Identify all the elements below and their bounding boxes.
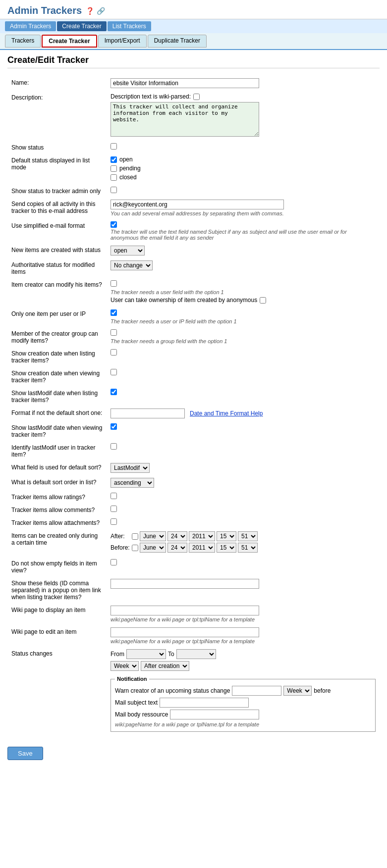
item-creator-hint1: The tracker needs a user field with the … <box>111 289 376 295</box>
one-item-hint: The tracker needs a user or IP field wit… <box>111 318 376 324</box>
no-empty-checkbox[interactable] <box>111 559 117 565</box>
item-creator-hint2: User can take ownership of item created … <box>111 297 257 304</box>
before-year-select[interactable]: 2011 <box>189 543 215 553</box>
status-open-checkbox[interactable] <box>111 156 117 163</box>
popup-fields-input[interactable] <box>111 579 259 589</box>
member-creator-label: Member of the creator group can modify i… <box>7 327 107 347</box>
item-creator-label: Item creator can modify his items? <box>7 278 107 307</box>
one-item-checkbox[interactable] <box>111 309 117 316</box>
notif-body-label: Mail body ressource <box>115 711 168 718</box>
notif-week-select[interactable]: Week <box>283 686 312 696</box>
identify-lastmod-checkbox[interactable] <box>111 443 117 450</box>
show-status-checkbox[interactable] <box>111 143 117 150</box>
sort-order-select[interactable]: ascending descending <box>111 478 154 488</box>
desc-wiki-label: Description text is wiki-parsed: <box>111 93 191 100</box>
identify-lastmod-label: Identify lastModif user in tracker item? <box>7 441 107 460</box>
item-creator-anon-checkbox[interactable] <box>260 297 266 304</box>
notif-body-hint: wiki:pageName for a wiki page or tplName… <box>115 721 371 727</box>
before-hour-select[interactable]: 15 <box>217 543 236 553</box>
new-items-status-select[interactable]: open pending closed <box>111 246 145 255</box>
before-min-select[interactable]: 51 <box>238 543 258 553</box>
simplified-email-label: Use simplified e-mail format <box>7 219 107 243</box>
description-textarea[interactable]: This tracker will collect and organize i… <box>111 102 259 137</box>
notif-warn-input[interactable] <box>232 686 281 696</box>
topnav-list-trackers[interactable]: List Trackers <box>108 21 151 31</box>
wiki-edit-hint: wiki:pageName for a wiki page or tpl:tpl… <box>111 638 376 644</box>
before-checkbox[interactable] <box>132 545 138 551</box>
before-month-select[interactable]: June <box>140 543 166 553</box>
period-select[interactable]: Week <box>111 661 139 671</box>
default-status-label: Default status displayed in list mode <box>7 153 107 184</box>
desc-wiki-checkbox[interactable] <box>193 94 200 100</box>
one-item-label: Only one item per user or IP <box>7 307 107 327</box>
default-sort-select[interactable]: LastModif Name <box>111 463 150 473</box>
tab-trackers[interactable]: Trackers <box>5 35 41 48</box>
help-icon[interactable]: ❓ <box>86 7 94 15</box>
topnav-create-tracker[interactable]: Create Tracker <box>57 21 106 31</box>
main-content: Create/Edit Tracker Name: Description: D… <box>0 50 387 767</box>
status-closed-checkbox[interactable] <box>111 174 117 181</box>
allow-attachments-label: Tracker items allow attachments? <box>7 516 107 529</box>
status-changes-label: Status changes <box>7 647 107 734</box>
after-hour-select[interactable]: 15 <box>217 531 236 541</box>
member-creator-checkbox[interactable] <box>111 329 117 336</box>
show-lastmod-list-checkbox[interactable] <box>111 389 117 395</box>
auth-status-select[interactable]: No change open pending closed <box>111 260 153 270</box>
member-creator-hint: The tracker needs a group field with the… <box>111 338 376 344</box>
show-creation-list-label: Show creation date when listing tracker … <box>7 347 107 366</box>
wiki-edit-label: Wiki page to edit an item <box>7 625 107 647</box>
from-select[interactable] <box>126 649 166 659</box>
tab-import-export[interactable]: Import/Export <box>98 35 147 48</box>
wiki-edit-input[interactable] <box>111 627 259 637</box>
send-copies-input[interactable] <box>111 200 284 209</box>
popup-fields-label: Show these fields (ID comma separated) i… <box>7 576 107 603</box>
allow-attachments-checkbox[interactable] <box>111 518 117 525</box>
before-label: Before: <box>111 544 130 551</box>
form-section-title: Create/Edit Tracker <box>7 55 380 68</box>
after-year-select[interactable]: 2011 <box>189 531 215 541</box>
after-day-select[interactable]: 24 <box>167 531 187 541</box>
format-input[interactable] <box>111 408 185 418</box>
allow-comments-checkbox[interactable] <box>111 506 117 512</box>
notif-before-label: before <box>314 687 331 694</box>
page-title-text: Admin Trackers <box>7 5 82 16</box>
notification-legend: Notification <box>115 676 149 682</box>
status-pending-label: pending <box>119 165 141 172</box>
status-pending-checkbox[interactable] <box>111 165 117 172</box>
save-button[interactable]: Save <box>7 747 43 760</box>
notif-warn-label: Warn creator of an upcoming status chang… <box>115 687 230 694</box>
from-label: From <box>111 651 124 658</box>
format-help-link[interactable]: Date and Time Format Help <box>190 410 263 417</box>
link-icon[interactable]: 🔗 <box>97 7 105 15</box>
simplified-email-hint: The tracker will use the text field name… <box>111 229 376 241</box>
wiki-display-hint: wiki:pageName for a wiki page or tpl:tpl… <box>111 616 376 622</box>
after-creation-select[interactable]: After creation <box>141 661 189 671</box>
format-label: Format if not the default short one: <box>7 406 107 421</box>
tab-create-tracker[interactable]: Create Tracker <box>42 35 97 48</box>
show-creation-view-checkbox[interactable] <box>111 369 117 375</box>
default-sort-label: What field is used for default sort? <box>7 460 107 475</box>
before-day-select[interactable]: 24 <box>167 543 187 553</box>
item-creator-checkbox[interactable] <box>111 280 117 287</box>
to-select[interactable] <box>176 649 216 659</box>
allow-ratings-checkbox[interactable] <box>111 493 117 499</box>
show-creation-list-checkbox[interactable] <box>111 349 117 356</box>
topnav-admin-trackers[interactable]: Admin Trackers <box>5 21 56 31</box>
after-month-select[interactable]: June <box>140 531 166 541</box>
after-checkbox[interactable] <box>132 533 138 540</box>
show-lastmod-view-checkbox[interactable] <box>111 423 117 430</box>
show-status-admin-checkbox[interactable] <box>111 187 117 193</box>
tab-duplicate-tracker[interactable]: Duplicate Tracker <box>148 35 207 48</box>
notif-body-input[interactable] <box>170 710 259 719</box>
status-closed-label: closed <box>119 174 137 181</box>
simplified-email-checkbox[interactable] <box>111 221 117 228</box>
after-min-select[interactable]: 51 <box>238 531 258 541</box>
status-options: open pending closed <box>111 156 376 182</box>
name-input[interactable] <box>111 78 259 88</box>
notif-subject-input[interactable] <box>160 698 249 708</box>
form-table: Name: Description: Description text is w… <box>7 76 380 734</box>
save-row: Save <box>7 739 380 763</box>
show-status-label: Show status <box>7 141 107 153</box>
wiki-display-input[interactable] <box>111 606 259 615</box>
show-lastmod-view-label: Show lastModif date when viewing tracker… <box>7 421 107 441</box>
